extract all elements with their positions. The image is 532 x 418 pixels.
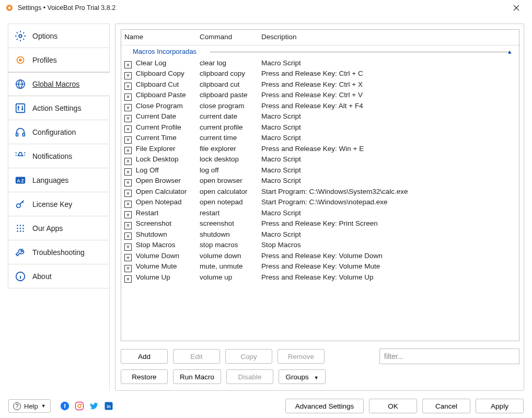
- edit-button[interactable]: Edit: [173, 349, 220, 364]
- sidebar-item-label: Global Macros: [32, 80, 79, 88]
- enable-checkbox[interactable]: ×: [124, 61, 132, 68]
- group-row[interactable]: Macros Incorporadas▴: [121, 45, 519, 58]
- enable-checkbox[interactable]: ×: [124, 83, 132, 90]
- table-row[interactable]: × RestartrestartMacro Script: [121, 207, 519, 218]
- enable-checkbox[interactable]: ×: [124, 233, 132, 240]
- table-row[interactable]: × Clear Logclear logMacro Script: [121, 57, 519, 68]
- macro-name: Screenshot: [136, 219, 171, 227]
- enable-checkbox[interactable]: ×: [124, 72, 132, 79]
- sidebar-item-about[interactable]: About: [8, 264, 110, 288]
- linkedin-icon[interactable]: in: [104, 401, 113, 411]
- filter-input[interactable]: [379, 349, 519, 364]
- macro-description: Press and Release Key: Ctrl + V: [261, 91, 363, 99]
- enable-checkbox[interactable]: ×: [124, 94, 132, 101]
- sidebar-item-license-key[interactable]: License Key: [8, 192, 110, 216]
- copy-button[interactable]: Copy: [225, 349, 272, 364]
- close-button[interactable]: [506, 0, 527, 16]
- table-row[interactable]: × Lock Desktoplock desktopMacro Script: [121, 154, 519, 165]
- macro-description: Press and Release Key: Volume Mute: [261, 262, 380, 270]
- instagram-icon[interactable]: [75, 401, 84, 411]
- table-row[interactable]: × Volume Mutemute, unmutePress and Relea…: [121, 261, 519, 272]
- disable-button[interactable]: Disable: [226, 369, 273, 384]
- table-row[interactable]: × ShutdownshutdownMacro Script: [121, 229, 519, 240]
- enable-checkbox[interactable]: ×: [124, 115, 132, 122]
- sidebar-item-configuration[interactable]: Configuration: [8, 120, 110, 144]
- collapse-caret-icon: ▴: [508, 48, 512, 55]
- table-row[interactable]: × Open Notepadopen notepadStart Program:…: [121, 197, 519, 208]
- table-row[interactable]: × Volume Downvolume downPress and Releas…: [121, 250, 519, 261]
- macro-command: clear log: [200, 59, 226, 67]
- sidebar-item-action-settings[interactable]: Action Settings: [8, 96, 110, 120]
- enable-checkbox[interactable]: ×: [124, 136, 132, 144]
- apps-icon: [15, 223, 26, 234]
- table-row[interactable]: × Clipboard Pasteclipboard pastePress an…: [121, 90, 519, 101]
- enable-checkbox[interactable]: ×: [124, 243, 132, 251]
- sidebar-item-label: Our Apps: [32, 224, 63, 233]
- enable-checkbox[interactable]: ×: [124, 125, 132, 133]
- info-icon: [15, 271, 26, 282]
- column-header-command[interactable]: Command: [196, 30, 258, 45]
- enable-checkbox[interactable]: ×: [124, 158, 132, 165]
- groups-dropdown[interactable]: Groups: [279, 369, 326, 384]
- key-icon: [15, 199, 26, 210]
- add-button[interactable]: Add: [121, 349, 168, 364]
- ok-button[interactable]: OK: [369, 399, 417, 413]
- sidebar-item-options[interactable]: Options: [8, 24, 110, 48]
- enable-checkbox[interactable]: ×: [124, 104, 132, 111]
- table-row[interactable]: × Volume Upvolume upPress and Release Ke…: [121, 272, 519, 283]
- svg-point-17: [22, 227, 24, 229]
- sidebar-item-our-apps[interactable]: Our Apps: [8, 216, 110, 240]
- cancel-button[interactable]: Cancel: [422, 399, 470, 413]
- svg-point-15: [17, 227, 18, 229]
- column-header-description[interactable]: Description: [258, 30, 519, 45]
- twitter-icon[interactable]: [89, 401, 99, 411]
- advanced-settings-button[interactable]: Advanced Settings: [285, 399, 364, 413]
- table-row[interactable]: × Close Programclose programPress and Re…: [121, 100, 519, 111]
- enable-checkbox[interactable]: ×: [124, 190, 132, 197]
- macro-command: close program: [200, 102, 245, 110]
- macro-description: Press and Release Key: Volume Down: [261, 252, 383, 260]
- macro-name: Current Time: [136, 134, 177, 142]
- enable-checkbox[interactable]: ×: [124, 168, 132, 176]
- table-row[interactable]: × ScreenshotscreenshotPress and Release …: [121, 218, 519, 229]
- table-row[interactable]: × Open Browseropen browserMacro Script: [121, 176, 519, 187]
- column-header-name[interactable]: Name: [121, 30, 196, 45]
- apply-button[interactable]: Apply: [476, 399, 524, 413]
- table-row[interactable]: × Current Profilecurrent profileMacro Sc…: [121, 122, 519, 133]
- footer: ? Help ▼ f in Advanced Settings OK Cance…: [0, 394, 532, 418]
- table-row[interactable]: × File Explorerfile explorerPress and Re…: [121, 143, 519, 154]
- enable-checkbox[interactable]: ×: [124, 254, 132, 261]
- sidebar-item-troubleshooting[interactable]: Troubleshooting: [8, 240, 110, 264]
- enable-checkbox[interactable]: ×: [124, 275, 132, 283]
- table-row[interactable]: × Stop Macrosstop macrosStop Macros: [121, 240, 519, 251]
- macro-description: Press and Release Key: Ctrl + X: [261, 80, 363, 88]
- table-row[interactable]: × Current Timecurrent timeMacro Script: [121, 133, 519, 144]
- table-row[interactable]: × Open Calculatoropen calculatorStart Pr…: [121, 186, 519, 197]
- macro-command: volume down: [200, 252, 241, 260]
- remove-button[interactable]: Remove: [277, 349, 325, 364]
- table-row[interactable]: × Log Offlog offMacro Script: [121, 165, 519, 176]
- table-row[interactable]: × Clipboard Copyclipboard copyPress and …: [121, 68, 519, 79]
- macro-command: current date: [200, 112, 237, 120]
- sidebar-item-languages[interactable]: A Z Languages: [8, 168, 110, 192]
- enable-checkbox[interactable]: ×: [124, 147, 132, 154]
- enable-checkbox[interactable]: ×: [124, 222, 132, 229]
- table-row[interactable]: × Current Datecurrent dateMacro Script: [121, 111, 519, 122]
- enable-checkbox[interactable]: ×: [124, 211, 132, 218]
- table-scroll[interactable]: Name Command Description Macros Incorpor…: [121, 30, 519, 341]
- run-macro-button[interactable]: Run Macro: [173, 369, 221, 384]
- help-dropdown[interactable]: ? Help ▼: [8, 399, 51, 413]
- sidebar-item-notifications[interactable]: Notifications: [8, 144, 110, 168]
- svg-point-25: [78, 404, 81, 408]
- macro-command: clipboard copy: [200, 69, 245, 77]
- facebook-icon[interactable]: f: [60, 401, 70, 411]
- enable-checkbox[interactable]: ×: [124, 179, 132, 187]
- svg-point-16: [20, 227, 21, 229]
- sidebar-item-profiles[interactable]: Profiles: [8, 48, 110, 72]
- svg-point-12: [17, 225, 18, 226]
- enable-checkbox[interactable]: ×: [124, 201, 132, 208]
- enable-checkbox[interactable]: ×: [124, 265, 132, 272]
- restore-button[interactable]: Restore: [121, 369, 168, 384]
- table-row[interactable]: × Clipboard Cutclipboard cutPress and Re…: [121, 79, 519, 90]
- sidebar-item-global-macros[interactable]: Global Macros: [8, 72, 110, 96]
